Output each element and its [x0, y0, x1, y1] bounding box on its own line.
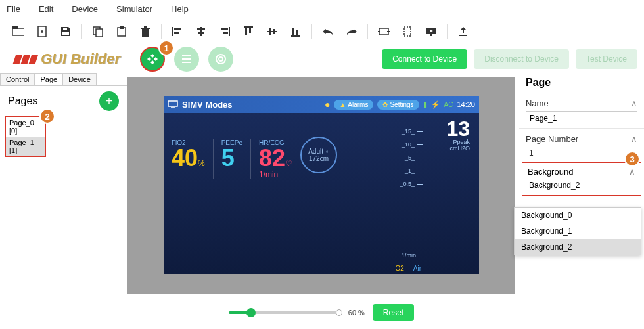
new-file-icon[interactable] — [30, 22, 54, 41]
tab-page[interactable]: Page — [34, 73, 63, 85]
lmin-label: 1/min — [402, 252, 416, 259]
battery-icon: ▮ — [423, 100, 427, 109]
align-center-v-icon[interactable] — [260, 22, 284, 41]
left-tabs: Control Page Device — [0, 73, 127, 86]
menu-file[interactable]: File — [7, 4, 20, 14]
zoom-controls: 60 % Reset — [127, 304, 515, 321]
save-icon[interactable] — [54, 22, 78, 41]
zoom-slider[interactable] — [229, 311, 340, 314]
page-name-input[interactable] — [526, 111, 637, 125]
settings-pill: ✿Settings — [377, 100, 419, 110]
ac-label: AC — [444, 101, 453, 108]
bg-option-0[interactable]: Background_0 — [515, 208, 641, 223]
bg-option-1[interactable]: Background_1 — [515, 223, 641, 239]
tab-device[interactable]: Device — [62, 73, 97, 85]
svg-rect-26 — [273, 29, 275, 34]
bg-option-2[interactable]: Background_2 — [515, 239, 641, 255]
delete-icon[interactable] — [133, 22, 157, 41]
brand-row: GUI Builder 1 Connect to Device Disconne… — [0, 45, 644, 73]
screen-mode: SIMV Modes — [182, 100, 233, 110]
open-folder-icon[interactable] — [7, 22, 30, 41]
align-center-h-icon[interactable] — [189, 22, 213, 41]
canvas-viewport[interactable]: SIMV Modes ● ▲Alarms ✿Settings ▮ ⚡ AC 14… — [127, 77, 515, 294]
undo-icon[interactable] — [316, 22, 340, 41]
reset-button[interactable]: Reset — [373, 304, 414, 321]
svg-rect-11 — [144, 26, 147, 28]
left-panel: Control Page Device Pages + 2 Page_0 [0]… — [0, 73, 127, 329]
pages-title: Pages — [8, 95, 37, 107]
alarms-pill: ▲Alarms — [334, 100, 373, 110]
brand: GUI Builder — [1, 51, 120, 68]
align-top-icon[interactable] — [237, 22, 260, 41]
page-item-1[interactable]: Page_1 [1] — [6, 137, 45, 156]
svg-rect-28 — [292, 28, 294, 35]
present-icon[interactable] — [419, 22, 443, 41]
brand-text: GUI Builder — [41, 51, 120, 68]
svg-rect-1 — [12, 26, 18, 29]
brand-logo-icon — [14, 55, 37, 64]
page-number-value: 1 — [526, 146, 637, 160]
svg-rect-16 — [197, 28, 205, 30]
align-left-icon[interactable] — [166, 22, 189, 41]
properties-panel: Page Name∧ Page Number∧ 1 3 Background∧ … — [515, 73, 644, 329]
connect-button[interactable]: Connect to Device — [382, 49, 467, 69]
copy-icon[interactable] — [86, 22, 110, 41]
svg-rect-25 — [269, 28, 271, 35]
menu-bar: File Edit Device Simulator Help — [0, 0, 644, 18]
svg-rect-14 — [174, 32, 179, 34]
ppeak-value: 13 — [446, 120, 470, 139]
hr-value: 82 — [259, 144, 285, 171]
callout-badge-1: 1 — [158, 40, 174, 56]
svg-rect-20 — [223, 32, 228, 34]
svg-rect-0 — [12, 28, 24, 35]
svg-point-41 — [216, 55, 225, 64]
menu-help[interactable]: Help — [171, 4, 189, 14]
svg-point-42 — [219, 57, 223, 61]
svg-rect-22 — [245, 28, 247, 35]
prop-name-header[interactable]: Name∧ — [526, 96, 637, 111]
redo-icon[interactable] — [340, 22, 363, 41]
callout-badge-3: 3 — [624, 151, 640, 167]
fio2-unit: % — [198, 159, 205, 168]
svg-rect-6 — [96, 29, 103, 37]
prop-number-header[interactable]: Page Number∧ — [526, 131, 637, 146]
device-screen: SIMV Modes ● ▲Alarms ✿Settings ▮ ⚡ AC 14… — [164, 96, 479, 274]
monitor-icon — [168, 100, 178, 108]
canvas-area: SIMV Modes ● ▲Alarms ✿Settings ▮ ⚡ AC 14… — [127, 73, 515, 329]
list-mode-icon[interactable] — [174, 47, 199, 72]
properties-title: Page — [519, 73, 644, 93]
fio2-value: 40 — [172, 144, 198, 171]
menu-simulator[interactable]: Simulator — [116, 4, 152, 14]
svg-rect-30 — [379, 28, 388, 35]
svg-rect-13 — [174, 28, 181, 30]
background-value[interactable]: Background_2 — [522, 179, 641, 195]
svg-rect-23 — [249, 28, 251, 33]
svg-rect-19 — [221, 28, 228, 30]
svg-rect-43 — [168, 101, 177, 106]
svg-rect-3 — [63, 28, 67, 30]
fit-width-icon[interactable] — [372, 22, 396, 41]
fit-height-icon[interactable] — [396, 22, 419, 41]
align-bottom-icon[interactable] — [284, 22, 308, 41]
menu-device[interactable]: Device — [72, 4, 98, 14]
align-right-icon[interactable] — [213, 22, 237, 41]
time-label: 14:20 — [457, 100, 475, 108]
prop-background-header[interactable]: Background∧ — [522, 164, 641, 179]
disconnect-button: Disconnect to Device — [474, 49, 569, 69]
ppeak-unit: cmH2O — [446, 145, 470, 152]
svg-rect-4 — [62, 32, 69, 35]
add-page-button[interactable]: + — [99, 91, 119, 111]
paste-icon[interactable] — [110, 22, 133, 41]
callout-badge-2: 2 — [39, 108, 55, 124]
svg-rect-10 — [141, 28, 150, 29]
svg-rect-9 — [142, 29, 149, 37]
menu-edit[interactable]: Edit — [39, 4, 53, 14]
page-item-0[interactable]: Page_0 [0] — [6, 117, 45, 137]
tab-control[interactable]: Control — [0, 73, 35, 85]
zoom-value: 60 % — [348, 309, 365, 317]
settings-mode-icon[interactable] — [208, 47, 233, 72]
svg-rect-8 — [120, 26, 124, 29]
upload-icon[interactable] — [451, 22, 475, 41]
background-dropdown: Background_0 Background_1 Background_2 — [514, 207, 641, 255]
warning-icon: ● — [325, 99, 330, 110]
